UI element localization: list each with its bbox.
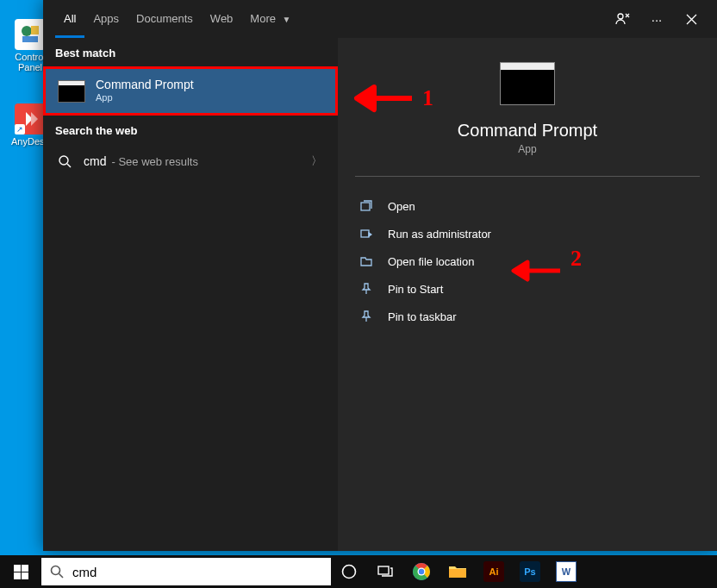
- taskbar-app-illustrator[interactable]: Ai: [476, 555, 512, 588]
- action-pin-taskbar[interactable]: Pin to taskbar: [355, 303, 700, 330]
- action-label: Pin to taskbar: [388, 310, 457, 323]
- best-match-title: Command Prompt: [96, 78, 194, 93]
- windows-logo-icon: [14, 565, 28, 579]
- action-label: Open: [388, 200, 415, 213]
- tab-web[interactable]: Web: [202, 0, 242, 38]
- search-filter-tabs: All Apps Documents Web More ▼ ···: [43, 0, 717, 38]
- options-icon[interactable]: ···: [643, 5, 670, 33]
- svg-rect-7: [14, 565, 21, 572]
- chevron-down-icon: ▼: [283, 15, 291, 24]
- action-label: Pin to Start: [388, 283, 443, 296]
- annotation-number-1: 1: [422, 85, 433, 111]
- svg-point-0: [22, 26, 32, 36]
- preview-subtitle: App: [518, 143, 536, 155]
- tab-documents[interactable]: Documents: [128, 0, 202, 38]
- taskbar: Ai Ps W: [0, 555, 717, 588]
- admin-icon: [360, 228, 374, 240]
- svg-point-11: [52, 566, 60, 575]
- taskbar-app-explorer[interactable]: [440, 555, 476, 588]
- svg-point-12: [343, 566, 356, 579]
- pin-icon: [360, 310, 374, 322]
- taskbar-search-box[interactable]: [41, 558, 331, 585]
- preview-header: Command Prompt App: [355, 62, 700, 177]
- cortana-button[interactable]: [331, 555, 367, 588]
- pin-icon: [360, 283, 374, 295]
- command-prompt-preview-icon: [500, 62, 555, 105]
- search-icon: [59, 155, 72, 168]
- best-match-command-prompt[interactable]: Command Prompt App: [43, 66, 338, 116]
- search-icon: [50, 565, 64, 579]
- action-label: Run as administrator: [388, 228, 491, 241]
- action-run-admin[interactable]: Run as administrator: [355, 220, 700, 247]
- svg-rect-2: [31, 26, 39, 34]
- command-prompt-icon: [58, 80, 85, 103]
- action-open[interactable]: Open: [355, 192, 700, 220]
- action-label: Open file location: [388, 255, 474, 268]
- taskbar-search-input[interactable]: [72, 565, 322, 579]
- shortcut-arrow-icon: ↗: [15, 124, 25, 134]
- taskbar-app-chrome[interactable]: [403, 555, 440, 588]
- annotation-arrow-1: 1: [353, 81, 433, 116]
- svg-rect-20: [449, 569, 466, 578]
- search-web-header: Search the web: [43, 116, 338, 144]
- chevron-right-icon: 〉: [311, 153, 322, 169]
- tab-more-label: More: [250, 12, 276, 25]
- annotation-number-2: 2: [570, 246, 582, 272]
- svg-rect-9: [14, 572, 21, 579]
- preview-title: Command Prompt: [458, 121, 597, 141]
- taskbar-app-photoshop[interactable]: Ps: [512, 555, 548, 588]
- best-match-subtitle: App: [96, 92, 194, 104]
- search-web-item[interactable]: cmd - See web results 〉: [43, 144, 338, 178]
- svg-point-3: [618, 14, 623, 19]
- best-match-header: Best match: [43, 38, 338, 66]
- svg-rect-13: [378, 566, 389, 574]
- close-icon[interactable]: [677, 5, 705, 33]
- feedback-icon[interactable]: [608, 5, 636, 33]
- folder-icon: [360, 255, 374, 267]
- open-icon: [360, 200, 374, 212]
- taskbar-app-word[interactable]: W: [548, 555, 584, 588]
- svg-point-19: [419, 569, 424, 574]
- annotation-arrow-2: 2: [510, 255, 582, 286]
- svg-rect-5: [361, 203, 370, 210]
- web-query: cmd: [84, 154, 106, 168]
- svg-rect-10: [22, 572, 28, 579]
- svg-rect-8: [22, 565, 28, 572]
- task-view-button[interactable]: [367, 555, 403, 588]
- tab-more[interactable]: More ▼: [241, 0, 299, 38]
- tab-all[interactable]: All: [55, 0, 84, 38]
- control-panel-icon: [15, 19, 46, 50]
- tab-apps[interactable]: Apps: [84, 0, 128, 38]
- start-button[interactable]: [0, 555, 41, 588]
- results-column: Best match Command Prompt App Search the…: [43, 38, 338, 551]
- svg-rect-1: [22, 36, 38, 42]
- anydesk-icon: ↗: [15, 103, 46, 134]
- web-hint: - See web results: [111, 155, 197, 168]
- svg-point-4: [59, 156, 68, 165]
- svg-rect-6: [361, 230, 369, 237]
